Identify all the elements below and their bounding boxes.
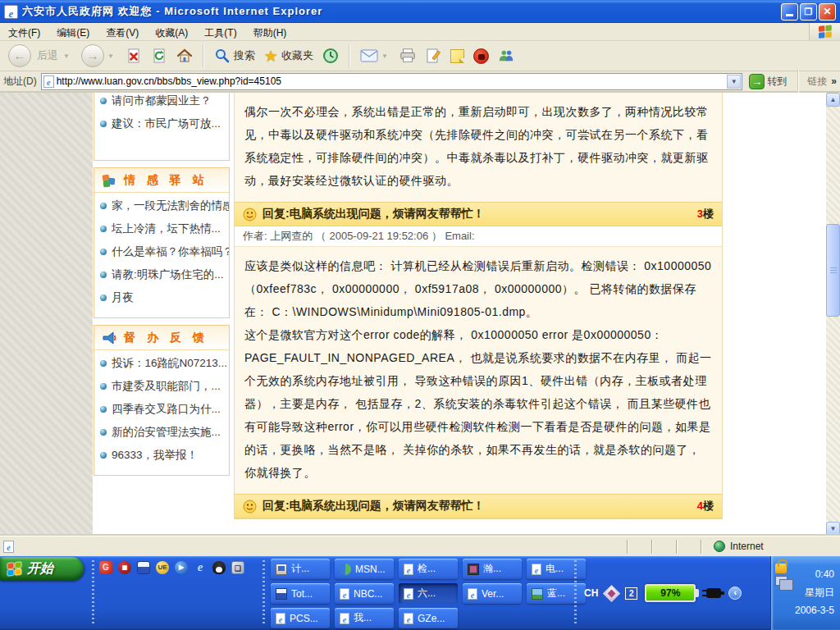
qq-icon[interactable] xyxy=(212,561,226,574)
edit-icon xyxy=(425,48,441,64)
history-button[interactable] xyxy=(319,46,342,66)
menu-help[interactable]: 帮助(H) xyxy=(245,23,295,40)
topic-link-label[interactable]: 请教:明珠广场住宅的... xyxy=(112,267,224,282)
media-player-icon[interactable] xyxy=(175,561,188,574)
links-chevron-icon[interactable]: » xyxy=(831,75,837,87)
back-dropdown-icon[interactable]: ▼ xyxy=(63,52,70,60)
topic-link-label[interactable]: 投诉：16路皖N07213... xyxy=(112,356,227,371)
scrollbar-thumb[interactable] xyxy=(826,224,840,317)
home-button[interactable] xyxy=(173,46,196,66)
forward-button[interactable]: → ▼ xyxy=(78,43,120,69)
topic-link-label[interactable]: 市建委及职能部门，... xyxy=(112,379,221,394)
task-button[interactable]: 电... xyxy=(527,559,586,579)
app-icon[interactable] xyxy=(231,561,244,574)
favorites-star-icon: ★ xyxy=(264,48,278,64)
address-input[interactable]: http://www.luan.gov.cn/bbs/bbs_view.php?… xyxy=(41,73,743,90)
ie-page-icon xyxy=(468,588,477,600)
task-button[interactable]: NBC... xyxy=(335,583,394,604)
toolbar-drag-handle[interactable] xyxy=(574,560,577,626)
address-url[interactable]: http://www.luan.gov.cn/bbs/bbs_view.php?… xyxy=(57,75,725,87)
task-button[interactable]: Ver... xyxy=(463,583,522,604)
messenger-button[interactable] xyxy=(495,46,518,66)
forward-dropdown-icon[interactable]: ▼ xyxy=(107,52,114,60)
menu-edit[interactable]: 编辑(E) xyxy=(48,23,98,40)
topic-link-label[interactable]: 坛上冷清，坛下热情... xyxy=(112,221,221,236)
reply-paragraph: 应该是类似这样的信息吧： 计算机已经从检测错误后重新启动。检测错误： 0x100… xyxy=(244,254,712,323)
sidebar-topic-link[interactable]: 新的治安管理法实施... xyxy=(94,421,229,444)
sidebar-topic-link[interactable]: 请教:明珠广场住宅的... xyxy=(94,263,229,286)
sidebar-topic-link[interactable]: 家，一段无法割舍的情感 xyxy=(94,194,229,217)
internet-explorer-icon[interactable] xyxy=(194,561,207,574)
sidebar-topic-link[interactable]: 坛上冷清，坛下热情... xyxy=(94,217,229,240)
task-button[interactable]: 计... xyxy=(271,559,330,579)
favorites-button[interactable]: ★ 收藏夹 xyxy=(261,47,317,66)
topic-link-label[interactable]: 新的治安管理法实施... xyxy=(112,425,221,440)
menu-favorites[interactable]: 收藏(A) xyxy=(147,23,196,40)
scroll-down-button[interactable] xyxy=(826,522,840,536)
input-language-indicator[interactable]: CH xyxy=(584,587,598,599)
go-button[interactable]: 转到 xyxy=(746,73,789,90)
menu-file[interactable]: 文件(F) xyxy=(0,23,48,40)
topic-link-label[interactable]: 96333，我举报！ xyxy=(112,448,198,463)
ultraedit-icon[interactable] xyxy=(156,561,169,574)
vertical-scrollbar[interactable] xyxy=(826,93,840,536)
restore-button[interactable] xyxy=(800,3,817,21)
sidebar-topic-link[interactable]: 建议：市民广场可放... xyxy=(94,112,229,135)
task-button-active[interactable]: 六... xyxy=(399,583,458,604)
ime-badge-icon[interactable]: 2 xyxy=(625,587,637,600)
task-button[interactable]: 蓝... xyxy=(527,583,586,604)
menu-tools[interactable]: 工具(T) xyxy=(196,23,244,40)
topic-link-label[interactable]: 建议：市民广场可放... xyxy=(112,116,221,131)
ime-pen-icon[interactable] xyxy=(603,584,620,601)
stop-button[interactable] xyxy=(122,46,145,66)
refresh-button[interactable] xyxy=(148,46,171,66)
mail-dropdown-icon[interactable]: ▼ xyxy=(381,52,388,60)
menu-view[interactable]: 查看(V) xyxy=(98,23,147,40)
sidebar-topic-link[interactable]: 月夜 xyxy=(94,286,229,309)
topic-link-label[interactable]: 请问市都蒙园业主？ xyxy=(112,94,212,108)
red-badge-icon[interactable] xyxy=(118,561,131,574)
topic-link-label[interactable]: 四季春交叉路口为什... xyxy=(112,402,221,417)
flashget-icon[interactable] xyxy=(99,561,112,574)
start-button[interactable]: 开始 xyxy=(0,557,84,581)
sidebar-topic-link[interactable]: 投诉：16路皖N07213... xyxy=(94,352,229,375)
network-icon[interactable] xyxy=(775,576,788,586)
topic-link-label[interactable]: 什么是幸福？你幸福吗？ xyxy=(112,244,229,259)
toolbar-drag-handle[interactable] xyxy=(262,560,265,626)
task-button[interactable]: 瀚... xyxy=(463,559,522,579)
total-commander-icon[interactable] xyxy=(137,561,150,574)
scroll-up-button[interactable] xyxy=(826,93,840,107)
task-button[interactable]: GZe... xyxy=(399,608,458,628)
toolbar-drag-handle[interactable] xyxy=(92,560,94,626)
search-button[interactable]: 搜索 xyxy=(211,46,258,66)
sidebar-topic-link[interactable]: 96333，我举报！ xyxy=(94,444,229,467)
address-dropdown-icon[interactable]: ▼ xyxy=(727,75,741,89)
task-button[interactable]: 检... xyxy=(399,559,458,579)
bullet-icon xyxy=(100,249,107,255)
sidebar-topic-link[interactable]: 四季春交叉路口为什... xyxy=(94,398,229,421)
edit-button[interactable] xyxy=(422,46,445,66)
sidebar-topic-link[interactable]: 市建委及职能部门，... xyxy=(94,375,229,398)
notes-button[interactable] xyxy=(447,48,468,65)
task-label: 我... xyxy=(354,611,372,625)
task-button[interactable]: 我... xyxy=(335,608,394,628)
print-button[interactable] xyxy=(396,46,419,66)
mail-button[interactable]: ▼ xyxy=(357,48,394,64)
download-manager-button[interactable] xyxy=(470,47,492,66)
power-plug-icon[interactable] xyxy=(706,588,721,598)
back-button[interactable]: ← 后退 ▼ xyxy=(5,43,75,69)
topic-link-label[interactable]: 家，一段无法割舍的情感 xyxy=(112,199,229,213)
sidebar-topic-link[interactable]: 什么是幸福？你幸福吗？ xyxy=(94,240,229,263)
task-button[interactable]: Tot... xyxy=(271,583,330,604)
minimize-button[interactable] xyxy=(781,3,798,21)
topic-link-label[interactable]: 月夜 xyxy=(112,290,134,305)
close-button[interactable] xyxy=(819,3,836,21)
battery-indicator[interactable]: 97% xyxy=(645,584,696,602)
collapse-chevron-icon[interactable] xyxy=(728,587,742,600)
links-label[interactable]: 链接 xyxy=(807,75,827,89)
task-button[interactable]: MSN... xyxy=(335,559,394,579)
lock-icon[interactable] xyxy=(775,564,787,573)
clock: 0:40 星期日 2006-3-5 xyxy=(795,565,834,619)
task-button[interactable]: PCS... xyxy=(271,608,330,628)
sidebar-topic-link[interactable]: 请问市都蒙园业主？ xyxy=(94,93,229,112)
